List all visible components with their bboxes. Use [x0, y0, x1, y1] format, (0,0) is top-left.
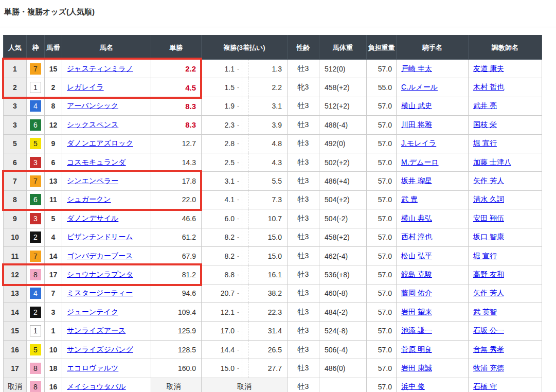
horse-name-link[interactable]: シュガークン	[67, 195, 111, 203]
win-odds-cell: 2.2	[151, 60, 202, 78]
horse-name-link[interactable]: シックスペンス	[67, 120, 118, 129]
range-separator	[242, 172, 249, 190]
horse-name-link[interactable]: ミスタージーティー	[67, 289, 133, 297]
place-odds-cell: 15.0-27.7	[202, 359, 288, 378]
horse-name-link[interactable]: コスモキュランダ	[67, 158, 126, 166]
rank-cell: 13	[4, 284, 27, 302]
impost-cell: 57.0	[367, 246, 397, 265]
frame-cell: 3	[27, 209, 45, 228]
jockey-link[interactable]: 岩田 望来	[401, 308, 432, 316]
jockey-link[interactable]: C.ルメール	[401, 83, 438, 91]
sex-age-cell: 牡3	[288, 340, 319, 359]
table-row: 935ダノンデサイル46.66.0-10.7牡3504(-2)57.0横山 典弘…	[4, 209, 542, 228]
frame-badge: 4	[30, 288, 41, 299]
trainer-link[interactable]: 牧浦 充徳	[473, 364, 504, 372]
horse-name-link[interactable]: ビザンチンドリーム	[67, 233, 133, 241]
sex-age-cell: 牡3	[288, 134, 319, 153]
table-row: 559ダノンエアズロック12.72.8-4.8牡3492(0)57.0J.モレイ…	[4, 134, 542, 153]
rank-cell: 取消	[4, 378, 27, 392]
jockey-link[interactable]: 松山 弘平	[401, 252, 432, 260]
horse-name-link[interactable]: ダノンデサイル	[67, 214, 118, 222]
place-odds-max: 5.5	[249, 177, 287, 185]
trainer-link[interactable]: 矢作 芳人	[473, 289, 504, 297]
horse-name-link[interactable]: メイショウタバル	[67, 382, 126, 390]
trainer-link[interactable]: 国枝 栄	[473, 120, 497, 129]
place-odds-cell: 3.1-5.5	[202, 172, 288, 190]
range-dash: -	[235, 121, 242, 129]
jockey-link[interactable]: 戸崎 圭太	[401, 64, 432, 73]
jockey-link[interactable]: 浜中 俊	[401, 382, 425, 390]
place-odds-max: 4.3	[249, 158, 287, 167]
jockey-link[interactable]: 鮫島 克駿	[401, 270, 432, 278]
rank-cell: 1	[4, 60, 27, 78]
rank-cell: 8	[4, 190, 27, 209]
jockey-link[interactable]: 西村 淳也	[401, 233, 432, 241]
horse-name-link[interactable]: ジャスティンミラノ	[67, 64, 133, 73]
trainer-cell: 加藤 士津八	[469, 153, 542, 171]
jockey-link[interactable]: 武 豊	[401, 195, 418, 203]
trainer-link[interactable]: 坂口 智康	[473, 233, 504, 241]
win-odds-cell: 128.5	[151, 340, 202, 359]
horse-weight-cell: 502(+2)	[319, 153, 367, 171]
horse-name-link[interactable]: ショウナンラプンタ	[67, 270, 133, 278]
trainer-link[interactable]: 武井 亮	[473, 101, 497, 110]
jockey-link[interactable]: 川田 将雅	[401, 120, 432, 129]
rank-cell: 11	[4, 246, 27, 265]
jockey-link[interactable]: M.デムーロ	[401, 158, 439, 166]
jockey-link[interactable]: 菅原 明良	[401, 345, 432, 353]
trainer-link[interactable]: 石坂 公一	[473, 326, 504, 334]
trainer-link[interactable]: 木村 哲也	[473, 83, 504, 91]
trainer-link[interactable]: 堀 宣行	[473, 252, 497, 260]
horse-name-link[interactable]: サンライズアース	[67, 326, 125, 334]
horse-weight-cell: 536(+8)	[319, 265, 367, 284]
jockey-link[interactable]: J.モレイラ	[401, 139, 436, 147]
table-row: 1715ジャスティンミラノ2.21.1-1.3牡3512(0)57.0戸崎 圭太…	[4, 60, 542, 78]
jockey-link[interactable]: 横山 典弘	[401, 214, 432, 222]
jockey-link[interactable]: 池添 謙一	[401, 326, 432, 334]
trainer-link[interactable]: 堀 宣行	[473, 139, 497, 147]
trainer-cell: 堀 宣行	[469, 246, 542, 265]
table-row: 348アーバンシック8.31.9-3.1牡3512(+2)57.0横山 武史武井…	[4, 97, 542, 115]
horse-name-link[interactable]: ジューンテイク	[67, 308, 118, 316]
trainer-link[interactable]: 武 英智	[473, 308, 497, 316]
horse-number-cell: 7	[45, 284, 62, 302]
place-odds-min: 3.1	[202, 177, 235, 185]
horse-name-link[interactable]: ダノンエアズロック	[67, 139, 133, 147]
place-odds-min: 6.0	[202, 215, 235, 223]
place-odds-min: 1.5	[202, 83, 235, 92]
range-separator	[242, 265, 249, 283]
trainer-link[interactable]: 清水 久詞	[473, 195, 504, 203]
trainer-link[interactable]: 矢作 芳人	[473, 176, 504, 185]
jockey-link[interactable]: 藤岡 佑介	[401, 289, 432, 297]
trainer-link[interactable]: 高野 友和	[473, 270, 504, 278]
jockey-link[interactable]: 坂井 瑠星	[401, 176, 432, 185]
frame-badge: 5	[30, 138, 41, 149]
horse-name-link[interactable]: ゴンバデカーブース	[67, 252, 133, 260]
jockey-link[interactable]: 横山 武史	[401, 101, 432, 110]
rank-cell: 9	[4, 209, 27, 228]
impost-cell: 55.0	[367, 78, 397, 97]
win-odds-cell: 12.7	[151, 134, 202, 153]
horse-name-link[interactable]: アーバンシック	[67, 101, 118, 110]
trainer-link[interactable]: 安田 翔伍	[473, 214, 504, 222]
impost-cell: 57.0	[367, 134, 397, 153]
place-odds-range: 3.1-5.5	[202, 172, 287, 190]
trainer-link[interactable]: 音無 秀孝	[473, 345, 504, 353]
horse-name-link[interactable]: シンエンペラー	[67, 176, 118, 185]
horse-name-cell: メイショウタバル	[62, 378, 151, 392]
horse-name-link[interactable]: サンライズジパング	[67, 345, 133, 353]
jockey-cell: 松山 弘平	[397, 246, 469, 265]
horse-name-link[interactable]: レガレイラ	[67, 83, 104, 91]
trainer-link[interactable]: 加藤 士津八	[473, 158, 511, 166]
jockey-link[interactable]: 岩田 康誠	[401, 364, 432, 372]
horse-name-cell: シックスペンス	[62, 116, 151, 134]
table-row: 636コスモキュランダ14.32.5-4.3牡3502(+2)57.0M.デムー…	[4, 153, 542, 171]
horse-name-link[interactable]: エコロヴァルツ	[67, 364, 118, 372]
trainer-link[interactable]: 石橋 守	[473, 382, 497, 390]
trainer-link[interactable]: 友道 康夫	[473, 64, 504, 73]
sex-age-cell: 牡3	[288, 172, 319, 190]
place-odds-cell: 2.8-4.8	[202, 134, 288, 153]
jockey-cell: 岩田 康誠	[397, 359, 469, 378]
horse-number-cell: 3	[45, 303, 62, 322]
horse-weight-cell: 512(0)	[319, 60, 367, 78]
